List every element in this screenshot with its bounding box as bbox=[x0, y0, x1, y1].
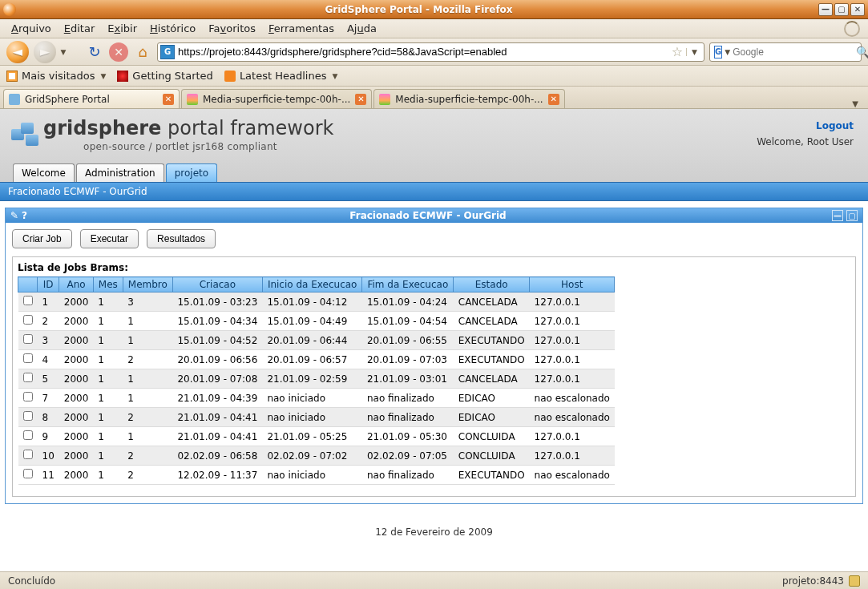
search-go-icon[interactable]: 🔍 bbox=[853, 46, 868, 58]
tab-close-icon[interactable]: ✕ bbox=[548, 94, 559, 105]
status-host: projeto:8443 bbox=[782, 575, 844, 587]
menu-ferramentas[interactable]: Ferramentas bbox=[262, 21, 341, 36]
table-header[interactable]: Fim da Execucao bbox=[362, 277, 454, 292]
menu-historico[interactable]: Histórico bbox=[143, 21, 202, 36]
reload-button[interactable]: ↻ bbox=[85, 42, 104, 62]
url-input[interactable] bbox=[178, 46, 668, 58]
table-cell: 127.0.0.1 bbox=[530, 369, 615, 389]
tab-projeto[interactable]: projeto bbox=[166, 163, 217, 182]
edit-icon[interactable]: ✎ bbox=[10, 210, 18, 221]
tab-close-icon[interactable]: ✕ bbox=[163, 94, 174, 105]
criar-job-button[interactable]: Criar Job bbox=[12, 229, 72, 248]
url-dropdown[interactable]: ▼ bbox=[686, 48, 702, 56]
table-cell: 2000 bbox=[59, 292, 94, 312]
table-header[interactable]: Ano bbox=[59, 277, 94, 292]
maximize-button[interactable]: ▢ bbox=[834, 3, 849, 16]
row-checkbox[interactable] bbox=[23, 315, 33, 325]
latest-headlines[interactable]: Latest Headlines ▼ bbox=[224, 70, 337, 82]
bookmark-label: Getting Started bbox=[132, 70, 213, 82]
table-cell: 11 bbox=[38, 466, 59, 485]
tabs-overflow-dropdown[interactable]: ▼ bbox=[846, 99, 865, 108]
table-row: 920001121.01.09 - 04:4121.01.09 - 05:252… bbox=[18, 427, 615, 446]
table-cell: 127.0.0.1 bbox=[530, 350, 615, 369]
history-dropdown[interactable]: ▼ bbox=[59, 48, 67, 56]
row-checkbox[interactable] bbox=[23, 373, 33, 382]
menu-arquivo[interactable]: Arquivo bbox=[5, 21, 58, 36]
search-engine-icon[interactable]: G bbox=[714, 46, 722, 58]
row-checkbox[interactable] bbox=[23, 353, 33, 363]
maximize-portlet-icon[interactable]: ▢ bbox=[846, 210, 858, 221]
page-content: gridsphere portal framework open-source … bbox=[0, 109, 868, 571]
table-header[interactable]: Host bbox=[530, 277, 615, 292]
table-row: 1020001202.02.09 - 06:5802.02.09 - 07:02… bbox=[18, 446, 615, 466]
menu-ajuda[interactable]: Ajuda bbox=[341, 21, 383, 36]
table-header[interactable]: Membro bbox=[123, 277, 172, 292]
gridsphere-header: gridsphere portal framework open-source … bbox=[0, 109, 868, 182]
chevron-down-icon: ▼ bbox=[100, 72, 106, 80]
search-bar[interactable]: G ▼ 🔍 bbox=[709, 42, 862, 62]
menu-favoritos[interactable]: Favoritos bbox=[202, 21, 262, 36]
home-button[interactable]: ⌂ bbox=[133, 42, 152, 62]
table-cell: nao finalizado bbox=[362, 408, 454, 427]
row-checkbox[interactable] bbox=[23, 296, 33, 305]
row-checkbox[interactable] bbox=[23, 392, 33, 401]
tab-close-icon[interactable]: ✕ bbox=[355, 94, 366, 105]
table-cell: 10 bbox=[38, 446, 59, 466]
engine-dropdown[interactable]: ▼ bbox=[725, 48, 733, 56]
table-row: 220001115.01.09 - 04:3415.01.09 - 04:491… bbox=[18, 312, 615, 331]
table-cell: 127.0.0.1 bbox=[530, 312, 615, 331]
getting-started[interactable]: Getting Started bbox=[117, 70, 213, 82]
bookmark-star-icon[interactable]: ☆ bbox=[668, 44, 686, 59]
logo-mark bbox=[11, 123, 38, 147]
tab-media-1[interactable]: Media-superficie-tempc-00h-... ✕ bbox=[181, 89, 372, 108]
stop-button[interactable]: ✕ bbox=[109, 42, 128, 62]
tab-gridsphere[interactable]: GridSphere Portal ✕ bbox=[3, 89, 180, 108]
status-bar: Concluído projeto:8443 bbox=[0, 571, 868, 589]
table-cell bbox=[18, 292, 38, 312]
breadcrumb-text[interactable]: Fracionado ECMWF - OurGrid bbox=[8, 186, 147, 197]
logout-link[interactable]: Logout bbox=[816, 120, 854, 131]
navigation-toolbar: ◄ ► ▼ ↻ ✕ ⌂ G ☆ ▼ G ▼ 🔍 bbox=[0, 38, 868, 66]
bookmarks-toolbar: Mais visitados ▼ Getting Started Latest … bbox=[0, 66, 868, 87]
menu-exibir[interactable]: Exibir bbox=[101, 21, 143, 36]
table-cell: 2 bbox=[38, 312, 59, 331]
table-header[interactable] bbox=[18, 277, 38, 292]
help-icon[interactable]: ? bbox=[22, 210, 27, 221]
table-cell: 12.02.09 - 11:37 bbox=[172, 466, 262, 485]
search-input[interactable] bbox=[733, 46, 853, 58]
table-cell: 4 bbox=[38, 350, 59, 369]
row-checkbox[interactable] bbox=[23, 430, 33, 440]
logo-title-rest: portal framework bbox=[161, 117, 333, 139]
table-cell: 21.01.09 - 05:25 bbox=[262, 427, 362, 446]
minimize-portlet-icon[interactable]: — bbox=[832, 210, 843, 221]
table-header[interactable]: ID bbox=[38, 277, 59, 292]
site-identity-icon[interactable]: G bbox=[160, 45, 175, 59]
menu-editar[interactable]: Editar bbox=[58, 21, 102, 36]
table-row: 120001315.01.09 - 03:2315.01.09 - 04:121… bbox=[18, 292, 615, 312]
row-checkbox[interactable] bbox=[23, 411, 33, 421]
logo-subtitle: open-source / portlet jsr168 compliant bbox=[83, 141, 333, 152]
row-checkbox[interactable] bbox=[23, 450, 33, 459]
tab-media-2[interactable]: Media-superficie-tempc-00h-... ✕ bbox=[373, 89, 564, 108]
executar-button[interactable]: Executar bbox=[80, 229, 139, 248]
minimize-button[interactable]: — bbox=[818, 3, 833, 16]
table-header[interactable]: Inicio da Execucao bbox=[262, 277, 362, 292]
back-button[interactable]: ◄ bbox=[6, 41, 29, 63]
url-bar[interactable]: G ☆ ▼ bbox=[157, 42, 704, 62]
table-cell bbox=[18, 446, 38, 466]
table-cell: 127.0.0.1 bbox=[530, 331, 615, 350]
table-header[interactable]: Mes bbox=[93, 277, 123, 292]
resultados-button[interactable]: Resultados bbox=[147, 229, 216, 248]
table-header[interactable]: Criacao bbox=[172, 277, 262, 292]
tab-welcome[interactable]: Welcome bbox=[13, 163, 75, 182]
table-cell: 15.01.09 - 04:52 bbox=[172, 331, 262, 350]
forward-button[interactable]: ► bbox=[34, 41, 56, 63]
close-window-button[interactable]: ✕ bbox=[850, 3, 865, 16]
table-cell: 1 bbox=[123, 312, 172, 331]
row-checkbox[interactable] bbox=[23, 469, 33, 478]
row-checkbox[interactable] bbox=[23, 334, 33, 344]
tab-administration[interactable]: Administration bbox=[76, 163, 164, 182]
most-visited[interactable]: Mais visitados ▼ bbox=[6, 70, 106, 82]
table-header[interactable]: Estado bbox=[454, 277, 530, 292]
table-cell: 2000 bbox=[59, 446, 94, 466]
